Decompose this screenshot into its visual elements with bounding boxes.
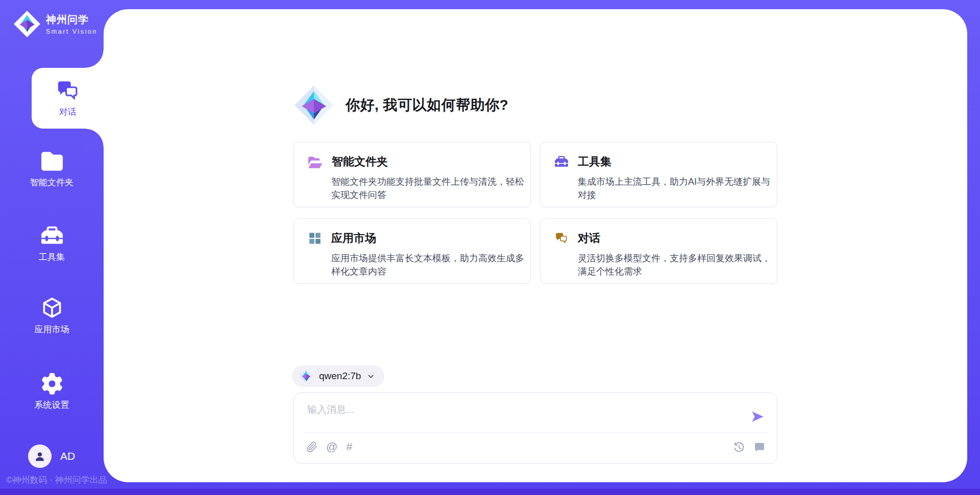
- app-subtitle: Smart Vision: [46, 28, 97, 35]
- grid-icon: [308, 232, 322, 245]
- card-description: 集成市场上主流工具，助力AI与外界无缝扩展与对接: [578, 175, 778, 202]
- toolbox-icon: [555, 155, 568, 168]
- toolbox-icon: [41, 225, 63, 246]
- feature-cards: 智能文件夹 智能文件夹功能支持批量文件上传与清洗，轻松实现文件问答 工具集 集成…: [293, 142, 777, 284]
- model-selector[interactable]: qwen2:7b: [292, 365, 384, 387]
- greeting-title: 你好, 我可以如何帮助你?: [346, 95, 508, 115]
- sidebar-item-label: 应用市场: [35, 324, 69, 335]
- chevron-down-icon: [366, 372, 375, 381]
- tab-fillet-top: [85, 50, 104, 68]
- tab-fillet-bottom: [85, 129, 104, 147]
- folder-icon: [41, 151, 63, 172]
- sidebar-item-app-market[interactable]: 应用市场: [0, 296, 104, 335]
- composer-divider: [303, 433, 768, 433]
- card-title: 智能文件夹: [332, 154, 388, 169]
- greeting-diamond-icon: [293, 84, 334, 127]
- chat-icon: [555, 232, 568, 245]
- folder-open-icon: [308, 156, 322, 168]
- card-title: 应用市场: [331, 231, 376, 246]
- card-chat[interactable]: 对话 灵活切换多模型文件，支持多样回复效果调试，满足个性化需求: [540, 218, 777, 284]
- card-title: 工具集: [578, 154, 611, 169]
- model-name: qwen2:7b: [319, 370, 361, 382]
- sidebar-item-label: 工具集: [39, 251, 65, 263]
- card-smart-folder[interactable]: 智能文件夹 智能文件夹功能支持批量文件上传与清洗，轻松实现文件问答: [293, 142, 531, 207]
- attachment-icon[interactable]: [306, 441, 317, 453]
- main-content: 你好, 我可以如何帮助你? 智能文件夹 智能文件夹功能支持批量文件上传与清洗，轻…: [104, 9, 967, 482]
- history-icon[interactable]: [733, 441, 745, 454]
- cube-icon: [41, 296, 63, 319]
- card-app-market[interactable]: 应用市场 应用市场提供丰富长文本模板，助力高效生成多样化文章内容: [293, 218, 531, 284]
- sidebar-item-chat[interactable]: 对话: [32, 68, 104, 129]
- sidebar-item-label: 智能文件夹: [30, 177, 74, 188]
- user-account[interactable]: AD: [28, 444, 75, 468]
- sidebar-item-smart-folder[interactable]: 智能文件夹: [0, 151, 104, 188]
- card-description: 应用市场提供丰富长文本模板，助力高效生成多样化文章内容: [331, 252, 531, 278]
- sidebar-item-toolset[interactable]: 工具集: [0, 225, 104, 263]
- avatar: [28, 444, 52, 468]
- chat-icon: [56, 79, 80, 103]
- card-title: 对话: [578, 231, 600, 246]
- chat-bubble-icon[interactable]: [753, 441, 766, 454]
- message-input[interactable]: [307, 403, 746, 429]
- sidebar-item-label: 系统设置: [35, 399, 69, 411]
- hashtag-icon[interactable]: #: [346, 441, 352, 453]
- app-logo: 神州问学 Smart Vision: [13, 10, 97, 38]
- model-diamond-icon: [299, 369, 313, 383]
- card-toolset[interactable]: 工具集 集成市场上主流工具，助力AI与外界无缝扩展与对接: [540, 142, 777, 207]
- copyright-footer: ©神州数码 · 神州问学出品: [6, 474, 107, 486]
- mention-icon[interactable]: @: [326, 441, 337, 453]
- app-name: 神州问学: [46, 13, 97, 27]
- bottom-bar: [0, 489, 980, 495]
- person-icon: [34, 450, 46, 462]
- brand-diamond-icon: [13, 10, 41, 38]
- message-composer: @ #: [293, 392, 777, 464]
- user-name: AD: [60, 450, 75, 462]
- sidebar-item-settings[interactable]: 系统设置: [0, 373, 104, 411]
- send-icon[interactable]: [751, 410, 765, 424]
- card-description: 智能文件夹功能支持批量文件上传与清洗，轻松实现文件问答: [331, 175, 531, 202]
- sidebar-item-label: 对话: [59, 106, 77, 118]
- card-description: 灵活切换多模型文件，支持多样回复效果调试，满足个性化需求: [578, 252, 778, 278]
- greeting-block: 你好, 我可以如何帮助你?: [293, 84, 508, 127]
- gear-icon: [41, 373, 63, 394]
